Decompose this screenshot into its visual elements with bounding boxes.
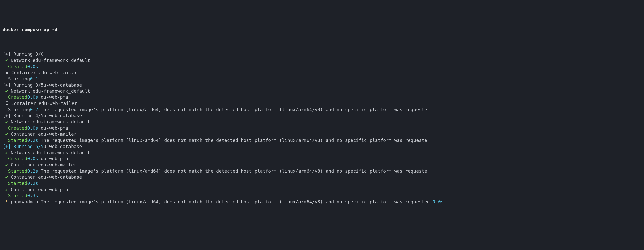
output-line: Started0.3s: [3, 193, 641, 199]
output-segment: [3, 193, 8, 198]
output-line: ✔ Network edu-framework_default: [3, 88, 641, 94]
output-segment: ✔: [3, 119, 11, 124]
output-line: Starting0.1s: [3, 76, 641, 82]
output-segment: 0.2s: [27, 168, 38, 174]
output-segment: 0.0s: [27, 125, 38, 131]
output-segment: Container edu-web-mailer: [11, 131, 77, 137]
output-line: Starting0.2s he requested image's platfo…: [3, 107, 641, 113]
output-line: Created0.0s du-web-pma: [3, 125, 641, 131]
output-segment: ✔: [3, 174, 11, 180]
output-segment: [+] Running 5/5: [3, 144, 44, 149]
output-segment: Created: [8, 156, 27, 161]
output-segment: Started: [8, 193, 27, 198]
output-line: ✔ Container edu-web-pma: [3, 186, 641, 193]
output-segment: du-web-pma: [38, 125, 68, 131]
output-segment: 0.2s: [27, 181, 38, 186]
output-segment: Network edu-framework_default: [11, 150, 90, 155]
output-segment: Starting: [3, 76, 30, 81]
output-segment: The requested image's platform (linux/am…: [38, 138, 427, 143]
output-line: Started0.2s The requested image's platfo…: [3, 168, 641, 174]
output-segment: ✔: [3, 88, 11, 94]
output-segment: Container edu-web-database: [11, 174, 82, 180]
output-segment: du-web-pma: [38, 94, 68, 100]
output-segment: ⠿: [3, 70, 11, 75]
terminal-output: [+] Running 3/0 ✔ Network edu-framework_…: [3, 51, 641, 205]
output-line: ✔ Network edu-framework_default: [3, 119, 641, 125]
output-segment: Created: [8, 64, 27, 69]
output-segment: Started: [8, 138, 27, 143]
output-segment: [3, 168, 8, 174]
output-segment: 0.3s: [27, 193, 38, 198]
output-segment: ⠿: [3, 101, 11, 106]
output-line: ✔ Network edu-framework_default: [3, 57, 641, 64]
output-segment: Network edu-framework_default: [11, 58, 90, 63]
output-line: [+] Running 3/5u-web-database: [3, 82, 641, 88]
output-line: [+] Running 5/5u-web-database: [3, 143, 641, 150]
output-line: ✔ Container edu-web-database: [3, 174, 641, 180]
output-line: [+] Running 3/0: [3, 51, 641, 57]
output-segment: Container edu-web-mailer: [11, 101, 77, 106]
output-line: ✔ Network edu-framework_default: [3, 150, 641, 156]
output-segment: [3, 138, 8, 143]
output-line: ⠿ Container edu-web-mailer: [3, 70, 641, 76]
output-segment: [+] Running 3/5u-web-database: [3, 82, 82, 88]
output-line: [+] Running 4/5u-web-database: [3, 113, 641, 119]
output-segment: 0.0s: [27, 156, 38, 161]
output-line: Started0.2s The requested image's platfo…: [3, 137, 641, 143]
output-segment: Container edu-web-mailer: [11, 70, 77, 75]
output-segment: Container edu-web-pma: [11, 187, 68, 192]
output-segment: du-web-pma: [38, 156, 68, 161]
output-segment: 0.2s: [30, 107, 41, 112]
output-segment: ✔: [3, 187, 11, 192]
output-segment: 0.0s: [27, 64, 38, 69]
output-segment: [+] Running 4/5u-web-database: [3, 113, 82, 118]
output-segment: 0.2s: [27, 138, 38, 143]
output-segment: phpmyadmin The requested image's platfor…: [11, 199, 433, 204]
output-segment: Created: [8, 94, 27, 100]
output-segment: Container edu-web-mailer: [11, 162, 77, 168]
output-segment: ✔: [3, 58, 11, 63]
output-segment: Started: [8, 181, 27, 186]
output-segment: Network edu-framework_default: [11, 119, 90, 124]
blank-line: [3, 39, 5, 45]
output-segment: 0.0s: [432, 199, 443, 204]
output-line: Created0.0s: [3, 64, 641, 70]
output-line: ⠿ Container edu-web-mailer: [3, 100, 641, 107]
output-segment: ✔: [3, 150, 11, 155]
output-segment: [3, 125, 8, 131]
output-line: Created0.0s du-web-pma: [3, 156, 641, 162]
output-segment: Created: [8, 125, 27, 131]
output-line: Started0.2s: [3, 180, 641, 186]
output-segment: ✔: [3, 131, 11, 137]
output-segment: [3, 181, 8, 186]
output-segment: [3, 94, 8, 100]
output-line: ! phpmyadmin The requested image's platf…: [3, 199, 641, 205]
output-segment: 0.1s: [30, 76, 41, 81]
output-line: ✔ Container edu-web-mailer: [3, 162, 641, 168]
output-line: ✔ Container edu-web-mailer: [3, 131, 641, 137]
output-segment: The requested image's platform (linux/am…: [38, 168, 427, 174]
output-segment: Network edu-framework_default: [11, 88, 90, 94]
output-segment: Started: [8, 168, 27, 174]
output-segment: [3, 156, 8, 161]
output-segment: [3, 64, 8, 69]
output-line: Created0.0s du-web-pma: [3, 94, 641, 100]
output-segment: 0.0s: [27, 94, 38, 100]
output-segment: he requested image's platform (linux/amd…: [41, 107, 427, 112]
output-segment: u-web-database: [44, 144, 82, 149]
command-line: docker compose up -d: [3, 27, 57, 32]
output-segment: !: [3, 199, 11, 204]
output-segment: Starting: [3, 107, 30, 112]
output-segment: [+] Running 3/0: [3, 51, 44, 57]
output-segment: ✔: [3, 162, 11, 168]
